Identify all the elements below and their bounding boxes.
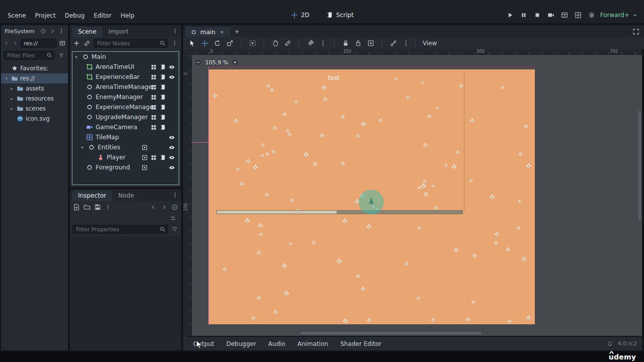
view-menu[interactable]: View (423, 40, 437, 47)
menu-help[interactable]: Help (116, 11, 139, 21)
save-resource-icon[interactable] (94, 203, 102, 211)
pause-button-icon[interactable] (520, 11, 528, 19)
rotate-tool-icon[interactable] (213, 39, 221, 47)
play-button-icon[interactable] (506, 11, 514, 19)
filesystem-entry[interactable]: ▾res:// (1, 73, 68, 83)
script-badge-icon[interactable] (159, 104, 167, 111)
visibility-toggle-icon[interactable] (168, 134, 176, 141)
expander-icon[interactable]: ▸ (10, 97, 14, 101)
scene-dock-tab-import[interactable]: Import (103, 27, 135, 37)
history-back-icon[interactable] (149, 203, 157, 211)
connections-badge-icon[interactable] (150, 83, 157, 91)
forward-icon[interactable] (12, 39, 18, 47)
horizontal-scrollbar[interactable] (300, 332, 481, 334)
object-options-icon[interactable] (169, 214, 177, 222)
visibility-toggle-icon[interactable] (168, 144, 176, 151)
connections-badge-icon[interactable] (150, 124, 157, 131)
new-scene-tab-icon[interactable] (233, 28, 241, 36)
bottom-panel-output[interactable]: Output (188, 339, 219, 348)
script-badge-icon[interactable] (159, 114, 167, 121)
favorites-header[interactable]: Favorites: (1, 63, 68, 73)
scene-node-row[interactable]: ExperienceBar (72, 72, 179, 82)
group-sel-tool-icon[interactable] (367, 39, 375, 47)
connections-badge-icon[interactable] (150, 104, 157, 111)
zoom-level[interactable]: 105.9 % (205, 59, 228, 66)
magnet-tool-icon[interactable] (306, 39, 314, 47)
script-badge-icon[interactable] (159, 73, 167, 81)
filter-funnel-icon[interactable] (171, 225, 179, 233)
menu-project[interactable]: Project (31, 11, 60, 21)
unlock-tool-icon[interactable] (354, 39, 362, 47)
expander-icon[interactable]: ▸ (10, 86, 14, 91)
scene-node-row[interactable]: UpgradeManager (72, 112, 179, 122)
list-select-tool-icon[interactable] (249, 39, 257, 47)
load-resource-icon[interactable] (83, 203, 91, 211)
filesystem-entry[interactable]: ▸scenes (1, 104, 68, 114)
pan-tool-icon[interactable] (271, 39, 279, 47)
scene-node-row[interactable]: ▾Main (72, 52, 179, 62)
distraction-free-icon[interactable] (632, 28, 640, 36)
visibility-toggle-icon[interactable] (168, 164, 176, 171)
menu-scene[interactable]: Scene (3, 11, 31, 21)
scene-tab-main[interactable]: main (185, 27, 230, 37)
renderer-select[interactable]: Forward+ (600, 11, 639, 19)
expander-icon[interactable]: ▾ (79, 145, 85, 150)
filter-properties-input[interactable] (72, 225, 168, 234)
scene-node-row[interactable]: ▾Entities (72, 142, 179, 152)
filesystem-entry[interactable]: ▸resources (1, 94, 68, 104)
select-tool-icon[interactable] (188, 39, 196, 47)
visibility-toggle-icon[interactable] (168, 73, 176, 81)
notifications-icon[interactable] (606, 340, 614, 348)
sort-files-icon[interactable] (57, 51, 65, 59)
groups-badge-icon[interactable] (141, 154, 148, 161)
scene-node-row[interactable]: ArenaTimeUI (72, 62, 179, 72)
connections-badge-icon[interactable] (150, 73, 157, 81)
menu-debug[interactable]: Debug (60, 11, 89, 21)
canvas[interactable]: test 105.9 % (191, 54, 642, 336)
move-tool-icon[interactable] (201, 39, 209, 47)
expander-icon[interactable]: ▸ (10, 107, 14, 111)
expander-icon[interactable]: ▾ (4, 76, 9, 81)
scene-node-row[interactable]: ArenaTimeManager (72, 82, 179, 92)
viewport[interactable]: 02505007501000 0250500 test 105.9 % (183, 49, 642, 336)
scene-node-row[interactable]: ExperienceManager (72, 102, 179, 112)
scene-tree-menu-icon[interactable] (171, 39, 179, 47)
bottom-panel-shader-editor[interactable]: Shader Editor (335, 339, 386, 348)
lock-tool-icon[interactable] (342, 39, 350, 47)
filter-nodes-input[interactable] (94, 39, 168, 48)
history-icon[interactable] (171, 203, 179, 211)
script-badge-icon[interactable] (159, 154, 167, 161)
scene-dock-tab-scene[interactable]: Scene (72, 27, 103, 37)
inspector-tab-inspector[interactable]: Inspector (72, 191, 112, 201)
bottom-panel-animation[interactable]: Animation (292, 339, 333, 348)
workspace-script[interactable]: Script (324, 10, 356, 20)
filesystem-entry[interactable]: ▸assets (1, 83, 68, 94)
stop-button-icon[interactable] (533, 11, 541, 19)
instance-scene-icon[interactable] (83, 39, 91, 47)
scene-node-row[interactable]: TileMap (72, 132, 179, 142)
player-node[interactable] (359, 190, 384, 215)
close-icon[interactable] (218, 28, 226, 36)
vertical-scrollbar[interactable] (638, 111, 641, 220)
visibility-toggle-icon[interactable] (168, 154, 176, 161)
zoom-in-icon[interactable] (231, 58, 239, 66)
groups-badge-icon[interactable] (141, 144, 148, 151)
scale-tool-icon[interactable] (226, 39, 234, 47)
add-node-icon[interactable] (72, 39, 80, 47)
scene-node-row[interactable]: GameCamera (72, 122, 179, 132)
connections-badge-icon[interactable] (150, 94, 157, 101)
gear-button-icon[interactable] (588, 11, 596, 19)
toggle-split-icon[interactable] (59, 39, 65, 47)
menu-editor[interactable]: Editor (89, 11, 116, 21)
dots-tool-icon[interactable] (402, 39, 410, 47)
expander-icon[interactable]: ▾ (73, 55, 79, 59)
path-input[interactable] (21, 39, 57, 48)
scene-node-row[interactable]: Player (72, 152, 179, 162)
back-icon[interactable] (4, 39, 10, 47)
fs-history-icon[interactable] (39, 27, 47, 35)
scene-node-row[interactable]: Foreground (72, 162, 179, 172)
connections-badge-icon[interactable] (150, 114, 157, 121)
inspector-tab-node[interactable]: Node (112, 191, 140, 201)
script-badge-icon[interactable] (159, 94, 167, 101)
connections-badge-icon[interactable] (150, 154, 157, 161)
